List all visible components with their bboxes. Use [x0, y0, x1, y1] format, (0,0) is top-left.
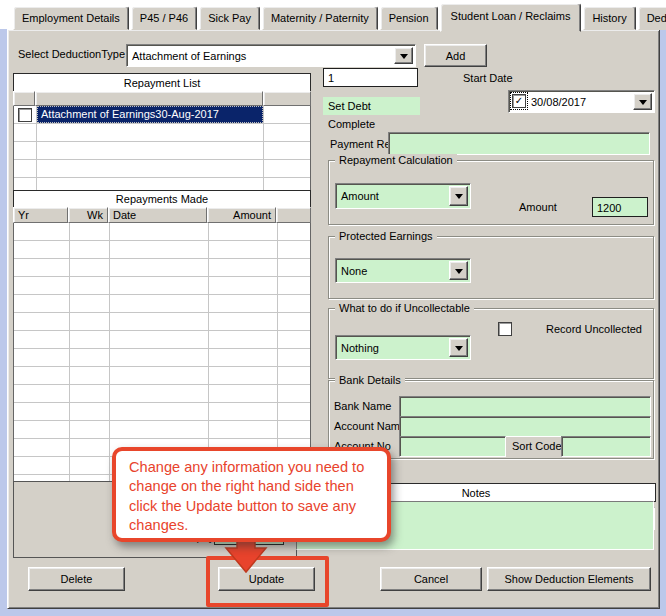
- amount-field[interactable]: 1200: [592, 197, 648, 217]
- start-date-checkbox[interactable]: ✓: [512, 94, 526, 108]
- account-name-label: Account Name: [334, 420, 406, 432]
- add-button[interactable]: Add: [424, 44, 487, 67]
- start-date-value: 30/08/2017: [531, 96, 586, 108]
- repayment-list-item[interactable]: Attachment of Earnings30-Aug-2017: [37, 106, 263, 123]
- column-header-blank[interactable]: [35, 91, 263, 106]
- uncollectable-title: What to do if Uncollectable: [335, 302, 474, 314]
- calculation-method-dropdown[interactable]: Amount: [335, 183, 471, 209]
- tab-p45-p46[interactable]: P45 / P46: [131, 6, 197, 30]
- uncollectable-group: What to do if Uncollectable Record Uncol…: [328, 308, 654, 379]
- repayment-list-rows[interactable]: Attachment of Earnings30-Aug-2017: [13, 106, 311, 190]
- sort-code-label: Sort Code: [512, 440, 562, 452]
- column-header-blank[interactable]: [263, 91, 311, 106]
- account-name-input[interactable]: [399, 416, 651, 437]
- repayments-made-rows[interactable]: [13, 223, 311, 481]
- column-header-yr[interactable]: Yr: [13, 207, 68, 223]
- student-loan-reclaims-window: Employment DetailsP45 / P46Sick PayMater…: [0, 0, 666, 616]
- delete-button[interactable]: Delete: [28, 567, 125, 591]
- start-date-dropdown[interactable]: ✓ 30/08/2017: [508, 90, 655, 113]
- set-debt-complete-button[interactable]: Set Debt Complete: [323, 97, 420, 115]
- calculation-method-value: Amount: [341, 190, 379, 202]
- repayment-calculation-group: Repayment Calculation Amount Amount 1200: [328, 160, 654, 225]
- column-header-wk[interactable]: Wk: [68, 207, 108, 223]
- chevron-down-icon[interactable]: [449, 261, 468, 280]
- annotation-callout: Change any information you need to chang…: [112, 447, 391, 542]
- column-header-blank[interactable]: [276, 207, 311, 223]
- repayments-made-header: Repayments Made: [13, 190, 311, 208]
- protected-earnings-title: Protected Earnings: [335, 230, 437, 242]
- uncollectable-value: Nothing: [341, 342, 379, 354]
- chevron-down-icon[interactable]: [449, 186, 468, 206]
- column-header-amount[interactable]: Amount: [207, 207, 276, 223]
- sequence-field[interactable]: 1: [323, 68, 418, 87]
- deduction-type-value: Attachment of Earnings: [132, 50, 246, 62]
- bank-name-input[interactable]: [399, 396, 651, 417]
- tab-deductions[interactable]: Deductions: [638, 6, 666, 30]
- tab-history[interactable]: History: [583, 6, 635, 30]
- protected-earnings-group: Protected Earnings None: [328, 236, 654, 299]
- chevron-down-icon[interactable]: [633, 93, 652, 110]
- account-no-input[interactable]: [399, 436, 506, 457]
- uncollectable-dropdown[interactable]: Nothing: [335, 335, 471, 360]
- tab-maternity-paternity[interactable]: Maternity / Paternity: [262, 6, 378, 30]
- repayment-list-colrow: [13, 91, 311, 106]
- repayment-list-row[interactable]: Attachment of Earnings30-Aug-2017: [14, 106, 310, 123]
- protected-earnings-value: None: [341, 265, 367, 277]
- chevron-down-icon[interactable]: [449, 338, 468, 357]
- bank-details-title: Bank Details: [335, 374, 405, 386]
- deduction-type-label: Select DeductionType: [18, 48, 125, 60]
- payment-ref-label: Payment Ref: [330, 138, 394, 150]
- bank-name-label: Bank Name: [334, 400, 391, 412]
- record-uncollected-label: Record Uncollected: [546, 323, 642, 335]
- column-header-date[interactable]: Date: [108, 207, 207, 223]
- tab-employment-details[interactable]: Employment Details: [13, 6, 129, 30]
- chevron-down-icon[interactable]: [394, 47, 413, 64]
- column-header-blank[interactable]: [13, 91, 35, 106]
- row-checkbox[interactable]: [18, 108, 32, 122]
- deduction-type-dropdown[interactable]: Attachment of Earnings: [126, 44, 416, 67]
- amount-label: Amount: [519, 201, 557, 213]
- cancel-button[interactable]: Cancel: [380, 567, 482, 591]
- sort-code-input[interactable]: [561, 436, 651, 457]
- repayment-list-header: Repayment List: [13, 73, 311, 92]
- tab-student-loan-reclaims[interactable]: Student Loan / Reclaims: [440, 3, 582, 32]
- show-deduction-elements-button[interactable]: Show Deduction Elements: [487, 567, 651, 591]
- payment-ref-input[interactable]: [388, 132, 650, 155]
- protected-earnings-dropdown[interactable]: None: [335, 258, 471, 283]
- repayments-made-colrow: YrWkDateAmount: [13, 207, 311, 223]
- record-uncollected-checkbox[interactable]: [498, 322, 512, 336]
- repayment-calculation-title: Repayment Calculation: [335, 154, 457, 166]
- start-date-label: Start Date: [463, 72, 513, 84]
- tab-sick-pay[interactable]: Sick Pay: [199, 6, 260, 30]
- tab-pension[interactable]: Pension: [380, 6, 438, 30]
- tab-bar: Employment DetailsP45 / P46Sick PayMater…: [13, 2, 666, 30]
